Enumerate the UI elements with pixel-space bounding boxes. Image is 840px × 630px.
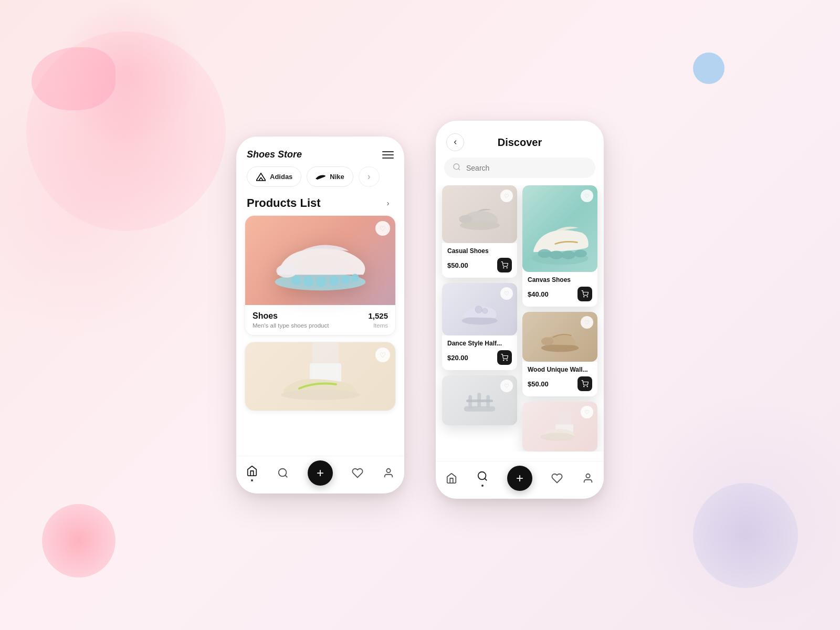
- svg-point-27: [507, 360, 507, 361]
- add-btn-2[interactable]: +: [507, 466, 532, 491]
- dance-shoes-info: Dance Style Half... $20.00: [442, 335, 517, 370]
- adidas-icon: [256, 172, 266, 182]
- nav-profile-1[interactable]: [382, 467, 395, 479]
- svg-line-48: [485, 478, 487, 480]
- grid-card-casual[interactable]: ♡ Casual Shoes $50.00: [442, 185, 517, 278]
- svg-line-2: [261, 177, 263, 181]
- discover-scroll[interactable]: ♡ Casual Shoes $50.00: [436, 185, 604, 499]
- bg-blob-3: [32, 47, 116, 110]
- product-card-shoes[interactable]: ♡: [245, 215, 396, 335]
- back-button[interactable]: [446, 133, 464, 151]
- cart-btn-canvas[interactable]: [578, 287, 592, 301]
- svg-line-15: [285, 475, 287, 477]
- svg-point-24: [475, 306, 482, 313]
- search-bar[interactable]: [444, 158, 595, 178]
- heart-pink[interactable]: ♡: [581, 406, 593, 418]
- product-card-image-1: ♡: [245, 216, 395, 305]
- nav-search-2[interactable]: [476, 470, 489, 487]
- dance-shoes-name: Dance Style Half...: [447, 340, 512, 347]
- heart-wood[interactable]: ♡: [581, 316, 593, 329]
- svg-point-7: [316, 277, 327, 287]
- nike-label: Nike: [330, 173, 344, 181]
- discover-title: Discover: [498, 136, 542, 149]
- nav-heart-1[interactable]: [351, 467, 364, 479]
- casual-shoes-info: Casual Shoes $50.00: [442, 243, 517, 278]
- favorite-btn-1[interactable]: ♡: [375, 221, 390, 236]
- phone1-header: Shoes Store: [236, 136, 404, 166]
- cart-btn-casual[interactable]: [497, 258, 512, 272]
- heart-canvas[interactable]: ♡: [581, 190, 593, 202]
- nav-search-1[interactable]: [277, 467, 289, 479]
- nav-heart-2[interactable]: [551, 472, 563, 485]
- brand-tab-adidas[interactable]: Adidas: [247, 166, 301, 187]
- svg-marker-0: [256, 173, 266, 181]
- wood-shoe-svg: [538, 320, 582, 354]
- nike-icon: [316, 172, 326, 182]
- svg-point-14: [279, 468, 287, 476]
- grid-card-pink[interactable]: ♡: [522, 402, 597, 452]
- cart-btn-wood[interactable]: [578, 376, 592, 391]
- svg-point-43: [587, 386, 587, 387]
- nav-home-2[interactable]: [445, 472, 458, 485]
- brand-tab-more[interactable]: ›: [359, 166, 380, 187]
- dance-shoes-price-row: $20.00: [447, 350, 512, 365]
- product-grid: ♡ Casual Shoes $50.00: [436, 185, 604, 452]
- dance-shoe-svg: [457, 292, 502, 327]
- products-section-header: Products List ›: [236, 194, 404, 215]
- grid-card-sandal[interactable]: ♡: [442, 375, 517, 425]
- svg-point-21: [503, 268, 504, 268]
- grid-card-canvas[interactable]: ♡ Canvas Shoes $40.00: [522, 185, 597, 307]
- casual-shoes-img: ♡: [442, 185, 517, 243]
- canvas-shoes-price: $40.00: [528, 290, 549, 298]
- product-desc-1: Men's all type shoes product: [253, 322, 329, 329]
- svg-point-26: [503, 360, 504, 361]
- add-btn-1[interactable]: +: [308, 460, 333, 486]
- svg-point-9: [341, 275, 350, 284]
- bg-blob-right: [630, 394, 840, 630]
- casual-shoes-name: Casual Shoes: [447, 247, 512, 255]
- svg-point-8: [329, 276, 339, 286]
- heart-sandal[interactable]: ♡: [500, 380, 513, 392]
- grid-card-wood[interactable]: ♡ Wood Unique Wall... $50.00: [522, 312, 597, 396]
- adidas-label: Adidas: [270, 173, 292, 181]
- products-scroll[interactable]: ♡: [236, 215, 404, 494]
- wood-shoes-info: Wood Unique Wall... $50.00: [522, 362, 597, 396]
- product-card-puma[interactable]: ♡: [245, 342, 396, 411]
- nav-dot-1: [251, 479, 253, 481]
- brand-tab-nike[interactable]: Nike: [307, 166, 353, 187]
- product-name-1: Shoes: [253, 311, 278, 321]
- svg-line-18: [458, 169, 460, 170]
- phone1-bottom-nav: +: [236, 456, 404, 494]
- nav-home-1[interactable]: [246, 465, 258, 481]
- cart-btn-dance[interactable]: [497, 350, 512, 365]
- svg-point-5: [291, 276, 301, 285]
- nav-profile-2[interactable]: [582, 472, 594, 485]
- shoe-illustration-1: [268, 226, 373, 295]
- products-see-more[interactable]: ›: [382, 197, 394, 209]
- phone-discover: Discover: [436, 121, 604, 499]
- grid-col-left: ♡ Casual Shoes $50.00: [442, 185, 517, 452]
- svg-point-10: [351, 274, 359, 281]
- nav-add-1[interactable]: +: [308, 460, 333, 486]
- wood-shoes-name: Wood Unique Wall...: [528, 366, 592, 373]
- canvas-shoes-name: Canvas Shoes: [528, 276, 592, 284]
- canvas-shoes-price-row: $40.00: [528, 287, 592, 301]
- nav-add-2[interactable]: +: [507, 466, 532, 491]
- bg-blob-5: [693, 52, 724, 84]
- wood-shoes-price: $50.00: [528, 380, 549, 388]
- hamburger-line-3: [382, 158, 394, 159]
- search-input[interactable]: [466, 164, 587, 172]
- hamburger-menu[interactable]: [382, 151, 394, 159]
- search-icon-nav-2: [476, 470, 489, 482]
- profile-icon-1: [382, 467, 395, 479]
- casual-shoes-price: $50.00: [447, 261, 468, 269]
- grid-card-dance[interactable]: ♡ Dance Style Half... $20.00: [442, 283, 517, 370]
- product-card-image-2: ♡: [245, 342, 395, 411]
- svg-point-25: [482, 308, 488, 313]
- svg-point-4: [276, 264, 297, 277]
- sandal-svg: [457, 385, 502, 416]
- svg-line-1: [259, 177, 261, 181]
- favorite-btn-2[interactable]: ♡: [375, 348, 390, 362]
- heart-casual[interactable]: ♡: [500, 190, 513, 202]
- heart-dance[interactable]: ♡: [500, 287, 513, 300]
